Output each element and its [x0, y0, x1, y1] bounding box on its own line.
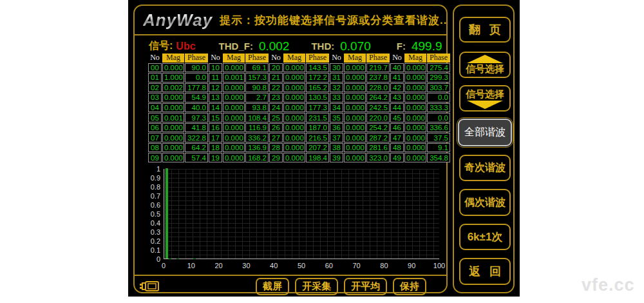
- table-cell: 0.000: [344, 73, 366, 83]
- table-cell: 0.000: [283, 123, 305, 133]
- x-axis-tick-label: 0: [155, 262, 173, 269]
- table-cell: 57.4: [185, 153, 208, 162]
- table-cell: 12: [209, 83, 222, 93]
- y-axis-tick-label: 0.7: [135, 192, 160, 200]
- hold-button[interactable]: 保持: [393, 278, 426, 295]
- table-cell: 0.000: [162, 93, 184, 103]
- table-cell: 136.9: [245, 143, 269, 153]
- table-header-cell: Mag: [283, 54, 305, 63]
- page-turn-button[interactable]: 翻 页: [459, 17, 511, 43]
- anyway-logo: AnyWay: [143, 10, 213, 30]
- table-header-cell: Phase: [427, 54, 450, 63]
- table-cell: 0.0: [427, 113, 450, 122]
- table-cell: 0.000: [404, 123, 426, 133]
- six-k-plus-minus-one-button[interactable]: 6k±1次: [459, 224, 511, 250]
- table-cell: 04: [148, 103, 162, 113]
- table-cell: 90.0: [185, 63, 208, 73]
- table-cell: 0.000: [344, 63, 366, 73]
- table-row: 011.0000.0110.001157.3210.000172.2310.00…: [148, 73, 450, 83]
- signal-value: Ubc: [176, 41, 195, 52]
- table-row: 060.00041.8160.000116.9260.000187.0360.0…: [148, 123, 450, 133]
- title-bar: AnyWay 提示：按功能键选择信号源或分类查看谐波...: [135, 6, 446, 35]
- thd-value: 0.070: [340, 39, 371, 54]
- x-axis-tick-label: 10: [182, 262, 200, 269]
- table-cell: 01: [148, 73, 162, 83]
- signal-select-up-label: 信号选择: [466, 63, 504, 75]
- signal-select-down-button[interactable]: 信号选择: [459, 85, 511, 112]
- table-cell: 47: [390, 133, 404, 142]
- table-cell: 14: [209, 103, 222, 113]
- table-cell: 13: [209, 93, 222, 103]
- table-row: 020.002177.8120.00090.8220.000165.2320.0…: [148, 83, 450, 93]
- table-cell: 0.000: [344, 103, 366, 113]
- start-acquisition-button[interactable]: 开采集: [295, 278, 338, 295]
- table-cell: 0.000: [162, 63, 184, 73]
- table-cell: 0.000: [283, 153, 305, 162]
- table-cell: 237.8: [366, 73, 390, 83]
- table-cell: 40: [390, 63, 404, 73]
- table-header-cell: No: [209, 54, 222, 63]
- table-cell: 10: [209, 63, 222, 73]
- harmonics-chart-plot: [164, 169, 439, 259]
- odd-harmonics-button[interactable]: 奇次谐波: [459, 155, 511, 181]
- table-cell: 231.5: [306, 113, 329, 122]
- table-cell: 90.8: [245, 83, 269, 93]
- table-cell: 0.000: [344, 93, 366, 103]
- table-cell: 30: [330, 63, 343, 73]
- table-cell: 0.0: [185, 73, 208, 83]
- table-cell: 17: [209, 133, 222, 142]
- table-row: 040.00040.0140.00093.8240.000177.3340.00…: [148, 103, 450, 113]
- usb-storage-icon: [138, 280, 160, 292]
- thdf-value: 0.002: [259, 39, 290, 54]
- y-axis-tick-label: 1: [135, 165, 160, 173]
- table-cell: 303.7: [427, 83, 450, 93]
- table-cell: 0.000: [344, 113, 366, 122]
- table-cell: 177.8: [185, 83, 208, 93]
- table-cell: 0.000: [162, 133, 184, 142]
- table-cell: 0.000: [162, 123, 184, 133]
- table-cell: 18: [209, 143, 222, 153]
- table-cell: 281.6: [366, 143, 390, 153]
- table-cell: 219.7: [366, 63, 390, 73]
- table-cell: 216.5: [306, 133, 329, 142]
- table-cell: 0.000: [283, 73, 305, 83]
- table-cell: 0.000: [344, 123, 366, 133]
- table-cell: 0.000: [283, 133, 305, 142]
- table-cell: 143.5: [306, 63, 329, 73]
- page-turn-label-left: 翻: [469, 22, 480, 37]
- table-cell: 130.5: [306, 93, 329, 103]
- table-cell: 37: [330, 133, 343, 142]
- signal-select-up-button[interactable]: 信号选择: [459, 52, 511, 78]
- table-cell: 20: [269, 63, 283, 73]
- table-cell: 0.000: [162, 153, 184, 162]
- table-header-cell: Phase: [306, 54, 329, 63]
- table-cell: 05: [148, 113, 162, 122]
- all-harmonics-button[interactable]: 全部谐波: [458, 119, 512, 146]
- table-cell: 40.0: [185, 103, 208, 113]
- table-cell: 44: [390, 103, 404, 113]
- table-header-cell: No: [390, 54, 404, 63]
- table-cell: 37.5: [427, 133, 450, 142]
- table-cell: 0.000: [223, 133, 245, 142]
- frequency-value: 499.9: [412, 39, 442, 54]
- table-cell: 0.000: [344, 83, 366, 93]
- screenshot-button[interactable]: 截屏: [256, 278, 289, 295]
- x-axis-tick-label: 20: [210, 262, 228, 269]
- table-cell: 1.000: [162, 73, 184, 83]
- return-button[interactable]: 返 回: [459, 258, 511, 285]
- table-cell: 0.000: [283, 63, 305, 73]
- table-cell: 322.8: [185, 133, 208, 142]
- table-cell: 23: [269, 93, 283, 103]
- table-cell: 187.0: [306, 123, 329, 133]
- table-cell: 54.9: [185, 93, 208, 103]
- table-header-cell: Mag: [162, 54, 184, 63]
- table-cell: 0.000: [404, 73, 426, 83]
- table-cell: 0.000: [223, 113, 245, 122]
- start-averaging-button[interactable]: 开平均: [344, 278, 387, 295]
- even-harmonics-button[interactable]: 偶次谐波: [459, 189, 511, 216]
- table-header-cell: Mag: [223, 54, 245, 63]
- table-cell: 323.0: [366, 153, 390, 162]
- table-cell: 31: [330, 73, 343, 83]
- watermark: vfe.cc: [582, 275, 635, 295]
- table-cell: 06: [148, 123, 162, 133]
